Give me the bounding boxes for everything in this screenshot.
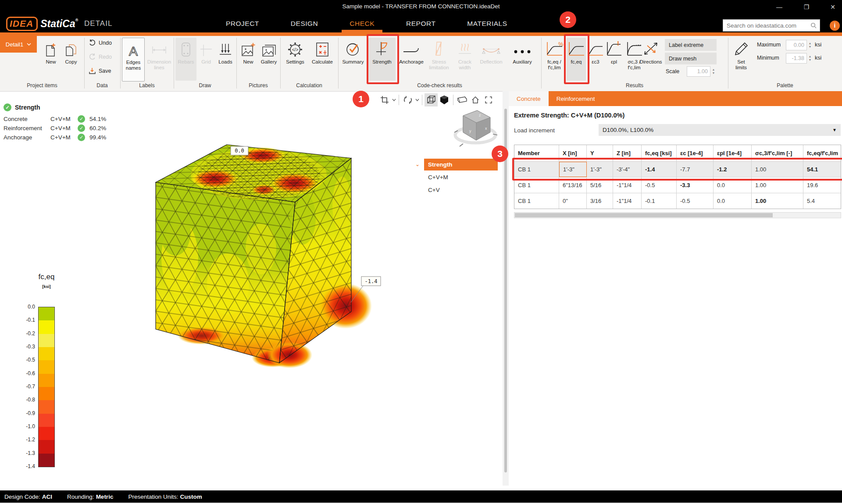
minimize-button[interactable]: — — [773, 4, 786, 11]
table-cell[interactable]: 19.6 — [803, 177, 842, 193]
tab-design[interactable]: DESIGN — [286, 15, 322, 32]
summary-title: Strength — [15, 104, 40, 111]
auxiliary-button[interactable]: Auxiliary — [505, 38, 539, 81]
table-scrollbar-thumb[interactable] — [515, 213, 773, 217]
undo-button[interactable]: Undo — [89, 39, 112, 46]
loads-button[interactable]: Loads — [216, 38, 235, 81]
tab-materials[interactable]: MATERIALS — [463, 15, 511, 32]
new-item-button[interactable]: New — [41, 38, 61, 81]
dimension-lines-button[interactable]: Dimension lines — [146, 38, 173, 81]
table-cell[interactable]: 1'-3" — [559, 162, 587, 177]
table-cell[interactable]: 3/16 — [587, 193, 613, 209]
minimum-input[interactable]: -1.38 — [786, 53, 807, 64]
table-cell[interactable]: 5.4 — [803, 193, 842, 209]
load-increment-select[interactable]: D100.0%, L100.0% ▼ — [599, 124, 841, 136]
table-cell[interactable]: 54.1 — [803, 162, 842, 177]
table-cell[interactable]: -0.5 — [677, 193, 714, 209]
annotation-step-2: 2 — [560, 11, 576, 28]
tab-check[interactable]: CHECK — [345, 15, 379, 32]
label-extreme-toggle[interactable]: Label extreme — [665, 39, 717, 51]
copy-item-button[interactable]: Copy — [61, 38, 81, 81]
table-cell[interactable]: -7.7 — [677, 162, 714, 177]
directions-button[interactable]: Directions — [638, 38, 664, 81]
rebars-button[interactable]: Rebars — [175, 38, 196, 81]
scale-spinner[interactable]: ▲▼ — [711, 66, 716, 77]
tree-item-c-v-m[interactable]: C+V+M — [428, 174, 448, 181]
search-box[interactable] — [723, 19, 820, 32]
zoom-extents-button[interactable] — [482, 93, 495, 106]
chevron-down-icon[interactable]: ⌄ — [415, 161, 420, 167]
grid-button[interactable]: Grid — [197, 38, 215, 81]
model-3d-view[interactable]: 0.0 -1.4 — [149, 139, 395, 442]
table-header-cell: Y — [587, 145, 613, 161]
picture-new-button[interactable]: New — [239, 38, 258, 81]
tree-item-c-v[interactable]: C+V — [428, 187, 440, 193]
table-cell[interactable]: -1"1/4 — [613, 177, 642, 193]
table-cell[interactable]: 0" — [559, 193, 587, 209]
tab-report[interactable]: REPORT — [402, 15, 440, 32]
settings-button[interactable]: </> Settings — [282, 38, 308, 81]
table-cell[interactable]: -0.5 — [642, 177, 677, 193]
detail-selector[interactable]: Detail1 — [0, 36, 37, 53]
table-scrollbar[interactable] — [514, 212, 841, 218]
info-icon[interactable]: i — [830, 21, 840, 31]
search-input[interactable] — [726, 22, 810, 29]
fceq-button[interactable]: fc,eq — [567, 38, 586, 81]
edges-names-button[interactable]: A Edges names — [122, 38, 145, 82]
table-cell[interactable]: -0.1 — [642, 193, 677, 209]
table-cell[interactable]: 1.00 — [752, 162, 803, 177]
epl-button[interactable]: ! εpl — [605, 38, 623, 81]
table-cell[interactable]: CB 1 — [514, 193, 559, 209]
strength-button[interactable]: Strength — [368, 38, 396, 81]
set-limits-button[interactable]: Set limits — [730, 38, 753, 81]
crop-chevron[interactable] — [391, 93, 396, 106]
draw-mesh-toggle[interactable]: Draw mesh — [665, 53, 717, 64]
table-cell[interactable]: CB 1 — [514, 162, 559, 177]
close-button[interactable]: ✕ — [826, 4, 839, 11]
table-row[interactable]: CB 10"3/16-1"1/4-0.1-0.50.01.005.4 — [514, 193, 841, 209]
crop-view-button[interactable] — [378, 93, 391, 106]
orientation-cube[interactable]: y z x — [450, 105, 503, 149]
table-cell[interactable]: CB 1 — [514, 177, 559, 193]
wireframe-view-button[interactable] — [425, 93, 438, 106]
tab-project[interactable]: PROJECT — [221, 15, 264, 32]
stress-limitation-button[interactable]: Stress limitation — [426, 38, 452, 81]
tab-concrete[interactable]: Concrete — [509, 91, 549, 106]
table-cell[interactable]: 1'-3" — [587, 162, 613, 177]
table-cell[interactable]: -3'-4" — [613, 162, 642, 177]
table-cell[interactable]: -1"1/4 — [613, 193, 642, 209]
home-view-button[interactable] — [469, 93, 482, 106]
rotate-view-button[interactable] — [401, 93, 414, 106]
table-cell[interactable]: 0.0 — [714, 177, 752, 193]
gallery-button[interactable]: Gallery — [259, 38, 279, 81]
anchorage-button[interactable]: Anchorage — [397, 38, 425, 81]
table-cell[interactable]: 1.00 — [752, 177, 803, 193]
summary-button[interactable]: Summary — [340, 38, 366, 81]
calculate-button[interactable]: Calculate — [309, 38, 336, 81]
deflection-button[interactable]: Deflection — [478, 38, 504, 81]
maximum-spinner[interactable]: ▲▼ — [807, 40, 813, 50]
table-cell[interactable]: 1.00 — [752, 193, 803, 209]
maximum-input[interactable]: 0.00 — [786, 40, 807, 50]
restore-button[interactable]: ❐ — [800, 4, 813, 11]
table-cell[interactable]: 0.0 — [714, 193, 752, 209]
redo-button[interactable]: Redo — [89, 53, 112, 60]
tab-reinforcement[interactable]: Reinforcement — [549, 91, 603, 106]
clip-view-button[interactable] — [456, 93, 469, 106]
fceq-fclim-button[interactable]: % fc,eq / f'c,lim — [543, 38, 566, 81]
crack-width-button[interactable]: Crack width — [453, 38, 477, 81]
table-cell[interactable]: -1.2 — [714, 162, 752, 177]
scale-input[interactable]: 1.00 — [687, 66, 710, 77]
rotate-chevron[interactable] — [414, 93, 420, 106]
table-cell[interactable]: 5/16 — [587, 177, 613, 193]
minimum-spinner[interactable]: ▲▼ — [807, 53, 813, 64]
tree-item-strength[interactable]: Strength — [424, 159, 498, 170]
table-cell[interactable]: -1.4 — [642, 162, 677, 177]
table-row[interactable]: CB 16"13/165/16-1"1/4-0.5-3.30.01.0019.6 — [514, 177, 841, 193]
save-button[interactable]: Save — [89, 67, 111, 75]
solid-view-button[interactable] — [438, 93, 451, 106]
table-cell[interactable]: -3.3 — [677, 177, 714, 193]
table-row[interactable]: CB 11'-3"1'-3"-3'-4"-1.4-7.7-1.21.0054.1 — [514, 161, 841, 177]
table-cell[interactable]: 6"13/16 — [559, 177, 587, 193]
ec3-button[interactable]: εc3 — [587, 38, 604, 81]
